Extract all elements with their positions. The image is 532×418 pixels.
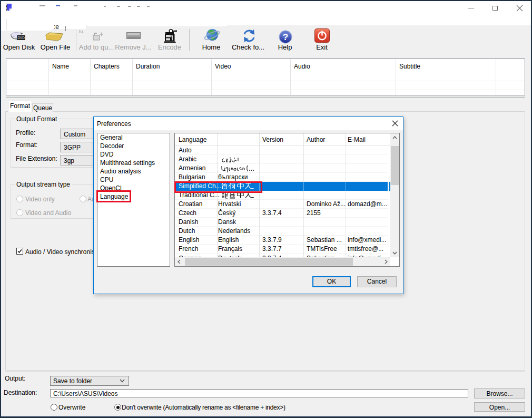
svg-text:?: ? — [283, 32, 288, 42]
svg-text:DVD: DVD — [17, 36, 25, 40]
